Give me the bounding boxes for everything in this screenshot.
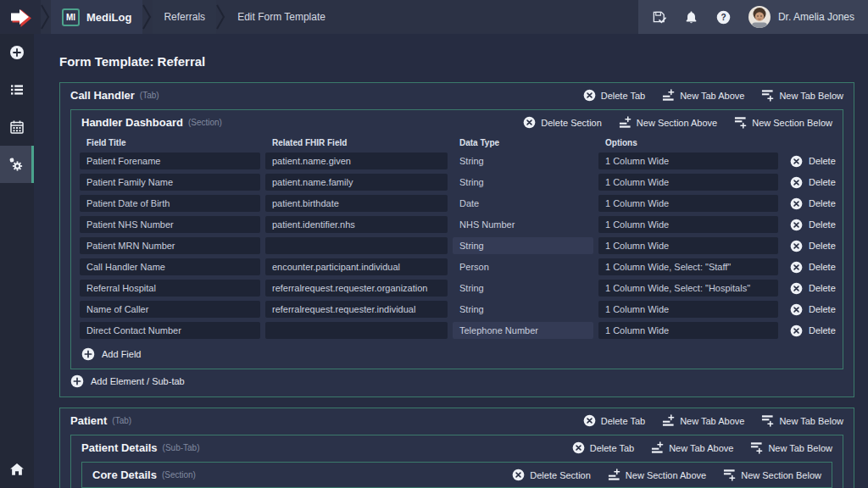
app-logo[interactable] xyxy=(0,0,41,34)
add-field-button[interactable]: Add Field xyxy=(71,343,843,369)
add-element-subtab-button[interactable]: Add Element / Sub-tab xyxy=(70,374,843,388)
new-section-above-button[interactable]: New Section Above xyxy=(608,469,706,481)
fhir-field-input[interactable]: patient.name.family xyxy=(265,174,448,191)
fhir-field-input[interactable]: encounter.participant.individual xyxy=(265,258,448,275)
data-type-value[interactable]: Person xyxy=(453,258,593,275)
x-circle-icon xyxy=(790,324,803,337)
options-input[interactable]: 1 Column Wide, Select: "Staff" xyxy=(598,258,778,275)
column-header-field-title: Field Title xyxy=(80,136,260,150)
settings-gears-icon xyxy=(8,157,24,172)
field-title-input[interactable]: Patient NHS Number xyxy=(80,216,260,233)
new-tab-below-label: New Tab Below xyxy=(768,443,832,453)
x-circle-icon xyxy=(790,197,803,210)
notifications-bell-icon[interactable] xyxy=(684,10,698,25)
subtab-header: Patient Details (Sub-Tab) Delete Tab New… xyxy=(71,435,843,460)
new-section-below-button[interactable]: New Section Below xyxy=(734,116,832,129)
avatar xyxy=(748,6,771,28)
fhir-field-input[interactable]: patient.identifier.nhs xyxy=(265,216,448,233)
options-input[interactable]: 1 Column Wide xyxy=(598,322,778,339)
delete-field-button[interactable]: Delete xyxy=(783,197,836,210)
options-input[interactable]: 1 Column Wide xyxy=(598,301,778,318)
table-row: Patient NHS Number patient.identifier.nh… xyxy=(80,216,834,233)
delete-field-button[interactable]: Delete xyxy=(783,176,836,189)
x-circle-icon xyxy=(523,116,536,129)
data-type-value[interactable]: NHS Number xyxy=(453,216,593,233)
new-section-above-label: New Section Above xyxy=(637,118,717,128)
sidebar-item-settings[interactable] xyxy=(0,146,34,183)
delete-field-button[interactable]: Delete xyxy=(783,303,836,316)
field-title-input[interactable]: Patient MRN Number xyxy=(80,237,260,254)
save-check-icon[interactable] xyxy=(652,10,666,25)
new-tab-below-button[interactable]: New Tab Below xyxy=(761,89,843,102)
fhir-field-input[interactable] xyxy=(265,322,448,339)
data-type-select[interactable]: String xyxy=(453,237,593,254)
fhir-field-input[interactable]: referralrequest.requester.individual xyxy=(265,301,448,318)
delete-label: Delete xyxy=(809,156,836,166)
field-title-input[interactable]: Name of Caller xyxy=(80,301,260,318)
options-input[interactable]: 1 Column Wide xyxy=(598,152,778,169)
delete-field-button[interactable]: Delete xyxy=(783,261,836,274)
field-title-input[interactable]: Referral Hospital xyxy=(80,280,260,297)
delete-tab-button[interactable]: Delete Tab xyxy=(572,441,634,454)
fhir-field-input[interactable] xyxy=(265,237,448,254)
delete-tab-button[interactable]: Delete Tab xyxy=(583,414,645,427)
field-table-header-row: Field Title Related FHIR Field Data Type… xyxy=(80,136,834,150)
field-title-input[interactable]: Direct Contact Number xyxy=(80,322,260,339)
options-input[interactable]: 1 Column Wide xyxy=(598,216,778,233)
tab-suffix: (Tab) xyxy=(140,91,159,100)
delete-field-button[interactable]: Delete xyxy=(783,155,836,168)
data-type-value[interactable]: Date xyxy=(453,195,593,212)
subtab-suffix: (Sub-Tab) xyxy=(163,443,200,452)
column-header-options: Options xyxy=(598,136,778,150)
new-tab-above-button[interactable]: New Tab Above xyxy=(662,89,744,102)
sidebar-item-home[interactable] xyxy=(0,451,34,488)
delete-field-button[interactable]: Delete xyxy=(783,324,836,337)
field-title-input[interactable]: Patient Forename xyxy=(80,152,260,169)
sidebar-spacer xyxy=(0,183,34,451)
new-section-above-button[interactable]: New Section Above xyxy=(619,116,717,129)
sidebar-item-add[interactable] xyxy=(0,34,34,71)
delete-field-button[interactable]: Delete xyxy=(783,282,836,295)
new-section-below-button[interactable]: New Section Below xyxy=(723,469,821,481)
field-title-input[interactable]: Call Handler Name xyxy=(80,258,260,275)
delete-field-button[interactable]: Delete xyxy=(783,240,836,252)
field-title-input[interactable]: Patient Family Name xyxy=(80,174,260,191)
options-input[interactable]: 1 Column Wide, Select: "Hospitals" xyxy=(598,280,778,297)
data-type-value[interactable]: String xyxy=(453,174,593,191)
sidebar-item-calendar[interactable] xyxy=(0,108,34,146)
calendar-icon xyxy=(9,119,25,135)
data-type-select[interactable]: Telephone Number xyxy=(453,322,593,339)
breadcrumb-edit-form-template[interactable]: Edit Form Template xyxy=(226,0,337,34)
delete-section-button[interactable]: Delete Section xyxy=(523,116,602,129)
field-title-input[interactable]: Patient Date of Birth xyxy=(80,195,260,212)
data-type-value[interactable]: String xyxy=(453,152,593,169)
delete-tab-button[interactable]: Delete Tab xyxy=(583,89,645,102)
sidebar-item-list[interactable] xyxy=(0,71,34,108)
options-input[interactable]: 1 Column Wide xyxy=(598,195,778,212)
data-type-value[interactable]: String xyxy=(453,301,593,318)
delete-field-button[interactable]: Delete xyxy=(783,219,836,231)
new-tab-below-button[interactable]: New Tab Below xyxy=(761,414,843,427)
options-input[interactable]: 1 Column Wide xyxy=(598,237,778,254)
new-tab-above-button[interactable]: New Tab Above xyxy=(662,414,744,427)
delete-section-button[interactable]: Delete Section xyxy=(512,469,591,481)
delete-label: Delete xyxy=(809,304,836,314)
x-circle-icon xyxy=(790,176,803,189)
new-tab-below-button[interactable]: New Tab Below xyxy=(750,441,832,454)
user-menu[interactable]: Dr. Amelia Jones xyxy=(748,6,854,28)
data-type-value[interactable]: String xyxy=(453,280,593,297)
subtab-actions: Delete Tab New Tab Above New Tab Below xyxy=(572,441,832,454)
new-tab-above-button[interactable]: New Tab Above xyxy=(651,441,733,454)
help-icon[interactable] xyxy=(716,10,731,25)
options-input[interactable]: 1 Column Wide xyxy=(598,174,778,191)
delete-label: Delete xyxy=(809,325,836,336)
brand[interactable]: Ml MediLog xyxy=(51,0,142,34)
page-title: Form Template: Referral xyxy=(59,54,854,69)
breadcrumb-referrals[interactable]: Referrals xyxy=(153,0,216,34)
fhir-field-input[interactable]: patient.name.given xyxy=(265,152,448,169)
delete-label: Delete xyxy=(809,177,836,187)
tab-patient: Patient (Tab) Delete Tab New Tab Above N… xyxy=(59,408,854,488)
new-above-icon xyxy=(662,414,675,427)
fhir-field-input[interactable]: referralrequest.requester.organization xyxy=(265,280,448,297)
fhir-field-input[interactable]: patient.birthdate xyxy=(265,195,448,212)
